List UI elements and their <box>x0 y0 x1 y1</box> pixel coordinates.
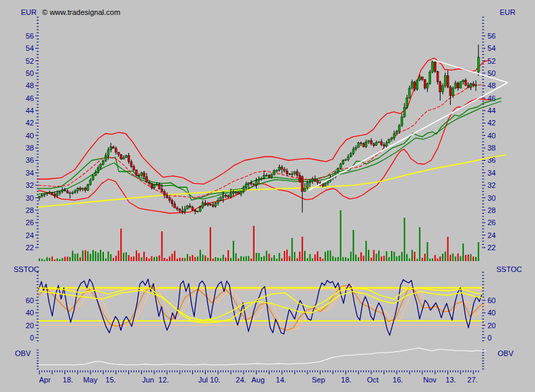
svg-text:28: 28 <box>487 206 496 214</box>
svg-text:12.: 12. <box>158 376 168 384</box>
tradesignal-price-chart: EUR © www.tradesignal.com EUR SSTOC SSTO… <box>0 0 535 392</box>
svg-text:18.: 18. <box>341 376 351 384</box>
svg-text:60: 60 <box>26 296 34 305</box>
svg-text:44: 44 <box>487 106 496 115</box>
svg-text:50: 50 <box>487 69 496 77</box>
svg-text:27.: 27. <box>467 376 477 384</box>
svg-text:Oct: Oct <box>367 376 378 384</box>
svg-text:24: 24 <box>487 231 496 239</box>
svg-text:24: 24 <box>26 231 34 239</box>
svg-text:54: 54 <box>487 44 496 52</box>
svg-text:Jun: Jun <box>142 376 154 384</box>
svg-text:40: 40 <box>26 309 34 317</box>
svg-text:0: 0 <box>487 334 492 342</box>
svg-text:30: 30 <box>487 194 496 202</box>
svg-text:36: 36 <box>26 156 34 164</box>
svg-text:32: 32 <box>487 181 496 189</box>
svg-text:38: 38 <box>487 144 496 152</box>
svg-text:Jul: Jul <box>198 376 208 384</box>
svg-text:42: 42 <box>487 119 496 127</box>
svg-text:32: 32 <box>26 181 34 189</box>
svg-text:48: 48 <box>26 81 34 90</box>
svg-text:50: 50 <box>26 69 34 77</box>
svg-text:60: 60 <box>487 296 496 305</box>
svg-text:20: 20 <box>26 321 34 330</box>
svg-text:30: 30 <box>26 194 34 202</box>
svg-text:22: 22 <box>26 243 34 252</box>
svg-text:18.: 18. <box>62 376 73 384</box>
svg-text:46: 46 <box>26 94 34 102</box>
svg-text:26: 26 <box>26 218 34 227</box>
svg-text:40: 40 <box>487 132 496 140</box>
svg-text:20: 20 <box>487 321 496 330</box>
svg-text:40: 40 <box>26 132 34 140</box>
svg-text:14.: 14. <box>276 376 286 384</box>
svg-text:44: 44 <box>26 106 34 115</box>
svg-text:42: 42 <box>26 119 34 127</box>
svg-text:38: 38 <box>26 144 34 152</box>
svg-text:56: 56 <box>487 32 496 40</box>
svg-text:15.: 15. <box>105 376 115 384</box>
svg-text:Apr: Apr <box>39 376 50 384</box>
svg-text:Sep: Sep <box>312 376 325 384</box>
svg-text:52: 52 <box>487 57 496 65</box>
svg-text:0: 0 <box>30 334 34 342</box>
chart-canvas: 5656545452525050484846464444424240403838… <box>0 0 535 392</box>
svg-text:10.: 10. <box>210 376 220 384</box>
svg-text:48: 48 <box>487 81 496 90</box>
svg-text:56: 56 <box>26 32 34 40</box>
svg-text:34: 34 <box>26 169 34 177</box>
svg-text:May: May <box>84 376 98 384</box>
svg-text:52: 52 <box>26 57 34 65</box>
svg-text:28: 28 <box>26 206 34 214</box>
svg-text:Nov: Nov <box>423 376 437 384</box>
svg-text:54: 54 <box>26 44 34 52</box>
svg-text:26: 26 <box>487 218 496 227</box>
svg-text:34: 34 <box>487 169 496 177</box>
svg-text:16.: 16. <box>392 376 403 384</box>
svg-text:22: 22 <box>487 243 496 252</box>
svg-text:13.: 13. <box>445 376 456 384</box>
svg-text:24.: 24. <box>236 376 246 384</box>
svg-text:Aug: Aug <box>251 376 265 384</box>
svg-text:40: 40 <box>487 309 496 317</box>
